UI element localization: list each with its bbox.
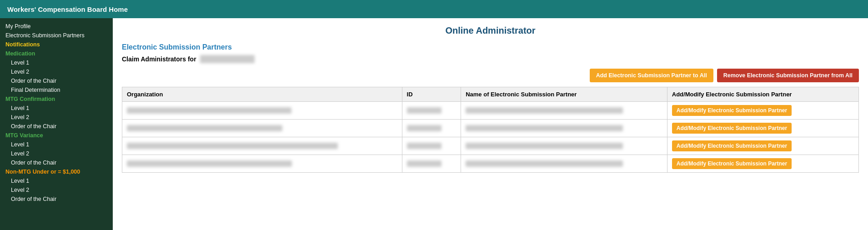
cell-org	[122, 102, 402, 120]
claim-admin-row: Claim Administrators for	[122, 55, 859, 63]
sidebar-item-mtg-var-level-1[interactable]: Level 1	[0, 140, 113, 149]
cell-org	[122, 155, 402, 173]
sidebar-item-mtg-conf-order-chair[interactable]: Order of the Chair	[0, 122, 113, 131]
col-header-name: Name of Electronic Submission Partner	[461, 87, 667, 102]
cell-partner-name	[461, 155, 667, 173]
sidebar-item-my-profile[interactable]: My Profile	[0, 22, 113, 31]
sidebar-item-med-order-chair[interactable]: Order of the Chair	[0, 76, 113, 85]
sidebar-item-med-level-2[interactable]: Level 2	[0, 67, 113, 76]
remove-all-button[interactable]: Remove Electronic Submission Partner fro…	[717, 69, 859, 82]
cell-partner-name	[461, 102, 667, 120]
cell-id	[402, 155, 461, 173]
cell-id	[402, 137, 461, 155]
modify-button[interactable]: Add/Modify Electronic Submission Partner	[672, 105, 792, 116]
sidebar-item-non-mtg[interactable]: Non-MTG Under or = $1,000	[0, 167, 113, 176]
table-row: Add/Modify Electronic Submission Partner	[122, 102, 859, 120]
cell-action: Add/Modify Electronic Submission Partner	[667, 137, 858, 155]
cell-id	[402, 120, 461, 137]
action-buttons-row: Add Electronic Submission Partner to All…	[122, 69, 859, 82]
content-area: Online Administrator Electronic Submissi…	[113, 18, 868, 230]
page-title: Online Administrator	[122, 25, 859, 36]
sidebar-item-med-final-determination[interactable]: Final Determination	[0, 85, 113, 95]
cell-action: Add/Modify Electronic Submission Partner	[667, 102, 858, 120]
cell-org	[122, 137, 402, 155]
cell-id	[402, 102, 461, 120]
sidebar-item-non-mtg-level-1[interactable]: Level 1	[0, 176, 113, 185]
table-row: Add/Modify Electronic Submission Partner	[122, 120, 859, 137]
sidebar-item-notifications[interactable]: Notifications	[0, 40, 113, 49]
sidebar-item-medication[interactable]: Medication	[0, 49, 113, 58]
sidebar-item-mtg-var-order-chair[interactable]: Order of the Chair	[0, 158, 113, 167]
sidebar-item-electronic-submission-partners[interactable]: Electronic Submission Partners	[0, 31, 113, 40]
sidebar: My Profile Electronic Submission Partner…	[0, 18, 113, 230]
section-title: Electronic Submission Partners	[122, 43, 859, 51]
claim-admin-label: Claim Administrators for	[122, 55, 196, 63]
sidebar-item-mtg-variance[interactable]: MTG Variance	[0, 131, 113, 140]
sidebar-item-non-mtg-level-2[interactable]: Level 2	[0, 185, 113, 195]
cell-partner-name	[461, 137, 667, 155]
table-row: Add/Modify Electronic Submission Partner	[122, 155, 859, 173]
header-title: Workers' Compensation Board Home	[7, 5, 128, 13]
table-row: Add/Modify Electronic Submission Partner	[122, 137, 859, 155]
sidebar-item-mtg-confirmation[interactable]: MTG Confirmation	[0, 95, 113, 104]
add-all-button[interactable]: Add Electronic Submission Partner to All	[590, 69, 713, 82]
sidebar-item-med-level-1[interactable]: Level 1	[0, 58, 113, 67]
sidebar-item-mtg-conf-level-1[interactable]: Level 1	[0, 104, 113, 113]
cell-action: Add/Modify Electronic Submission Partner	[667, 155, 858, 173]
col-header-id: ID	[402, 87, 461, 102]
sidebar-item-non-mtg-order-chair[interactable]: Order of the Chair	[0, 195, 113, 204]
col-header-action: Add/Modify Electronic Submission Partner	[667, 87, 858, 102]
modify-button[interactable]: Add/Modify Electronic Submission Partner	[672, 158, 792, 169]
esp-table: Organization ID Name of Electronic Submi…	[122, 87, 859, 173]
cell-action: Add/Modify Electronic Submission Partner	[667, 120, 858, 137]
modify-button[interactable]: Add/Modify Electronic Submission Partner	[672, 140, 792, 151]
app-header: Workers' Compensation Board Home	[0, 0, 868, 18]
sidebar-item-mtg-conf-level-2[interactable]: Level 2	[0, 113, 113, 122]
cell-org	[122, 120, 402, 137]
col-header-org: Organization	[122, 87, 402, 102]
sidebar-item-mtg-var-level-2[interactable]: Level 2	[0, 149, 113, 158]
claim-admin-value	[200, 55, 255, 63]
modify-button[interactable]: Add/Modify Electronic Submission Partner	[672, 123, 792, 134]
cell-partner-name	[461, 120, 667, 137]
